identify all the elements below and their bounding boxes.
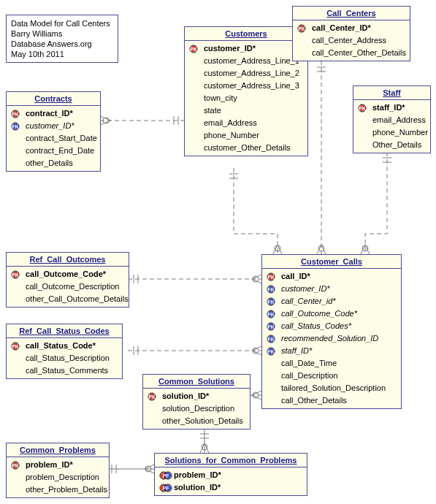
svg-point-5 (253, 348, 259, 354)
blank-icon (267, 397, 278, 405)
attr-row: Other_Details (353, 139, 430, 151)
entity-common-problems: Common_Problems PKproblem_ID*problem_Des… (6, 443, 110, 498)
note-line: Data Model for Call Centers (11, 18, 113, 28)
pk-key-icon: PK (358, 104, 370, 112)
pk-key-icon: PK (267, 272, 278, 281)
attr-name: call_Center_Address (312, 35, 386, 46)
svg-point-2 (318, 245, 324, 251)
attr-name: recommended_Solution_ID (281, 333, 378, 344)
attr-row: other_Problem_Details (7, 484, 109, 496)
svg-point-8 (145, 466, 151, 472)
attr-row: customer_Address_Line_3 (185, 80, 307, 92)
attr-row: call_Date_Time (262, 357, 401, 370)
pk-key-icon: PK (11, 461, 23, 470)
attr-row: customer_Other_Details (185, 142, 307, 154)
entity-attrs: PKcall_ID*FKcustomer_ID*FKcall_Center_id… (262, 269, 401, 408)
attr-row: FKcall_Center_id* (262, 295, 401, 308)
model-info-note: Data Model for Call Centers Barry Willia… (6, 15, 118, 63)
attr-row: call_Description (262, 370, 401, 382)
entity-customer-calls: Customer_Calls PKcall_ID*FKcustomer_ID*F… (261, 254, 402, 409)
blank-icon (189, 131, 201, 140)
blank-icon (11, 147, 23, 156)
blank-icon (267, 359, 278, 368)
attr-name: call_Status_Description (26, 353, 110, 364)
attr-row: town_city (185, 92, 307, 104)
pk-key-icon: PK (11, 110, 23, 118)
attr-row: call_Other_Details (262, 394, 401, 407)
entity-title: Customer_Calls (262, 255, 401, 269)
blank-icon (358, 129, 370, 137)
attr-name: tailored_Solution_Description (281, 383, 386, 394)
attr-name: call_Outcome_Code* (26, 269, 106, 280)
attr-name: contract_Start_Date (26, 133, 97, 144)
svg-text:FK: FK (12, 123, 18, 129)
blank-icon (297, 49, 309, 58)
blank-icon (11, 367, 23, 375)
attr-name: call_Outcome_Description (26, 281, 119, 292)
svg-text:PK: PK (359, 105, 366, 110)
attr-row: PKproblem_ID* (7, 459, 109, 471)
entity-staff: Staff PKstaff_ID*email_Addressphone_Numb… (353, 85, 431, 153)
attr-row: PKcall_Outcome_Code* (7, 268, 129, 280)
svg-text:FK: FK (267, 299, 274, 304)
note-line: May 10th 2011 (11, 49, 113, 59)
fk-key-icon: FK (267, 285, 278, 294)
attr-name: Other_Details (372, 140, 421, 150)
attr-row: call_Center_Address (293, 34, 410, 47)
attr-row: FKcustomer_ID* (7, 120, 100, 132)
blank-icon (148, 417, 159, 426)
attr-name: call_Other_Details (281, 395, 347, 406)
pf-key-icon: PF (159, 471, 171, 480)
attr-name: email_Address (204, 118, 257, 129)
blank-icon (358, 141, 370, 150)
attr-name: customer_Address_Line_3 (204, 80, 299, 91)
attr-row: other_Call_Outcome_Details (7, 293, 129, 305)
entity-attrs: PKcall_Center_ID*call_Center_Addresscall… (293, 20, 410, 61)
attr-row: call_Outcome_Description (7, 280, 129, 293)
attr-row: customer_Address_Line_1 (185, 55, 307, 67)
svg-text:PK: PK (12, 343, 19, 348)
attr-name: state (204, 105, 221, 116)
svg-text:FK: FK (267, 324, 274, 329)
attr-name: contract_ID* (26, 108, 73, 119)
pk-key-icon: PK (297, 24, 309, 33)
attr-row: PKcall_ID* (262, 270, 401, 283)
attr-row: FKrecommended_Solution_ID (262, 332, 401, 345)
blank-icon (189, 57, 201, 66)
svg-point-1 (275, 245, 280, 251)
attr-row: call_Status_Description (7, 352, 122, 364)
entity-title: Common_Problems (7, 443, 109, 457)
blank-icon (267, 372, 278, 381)
pk-key-icon: PK (189, 45, 201, 53)
entity-attrs: PKcustomer_ID*customer_Address_Line_1cus… (185, 41, 307, 156)
svg-text:PK: PK (12, 111, 19, 116)
attr-name: customer_ID* (281, 283, 330, 294)
blank-icon (189, 94, 201, 103)
blank-icon (267, 384, 278, 393)
svg-point-3 (362, 245, 368, 251)
attr-name: call_Center_id* (281, 296, 336, 307)
attr-row: PKcall_Status_Code* (7, 340, 122, 352)
entity-title: Contracts (7, 92, 100, 106)
svg-point-4 (253, 276, 259, 282)
attr-name: phone_Number (372, 127, 428, 138)
attr-row: FKcustomer_ID* (262, 283, 401, 295)
attr-row: phone_Number (353, 126, 430, 139)
blank-icon (11, 473, 23, 482)
attr-name: other_Problem_Details (26, 484, 107, 495)
attr-row: other_Solution_Details (143, 415, 250, 427)
fk-key-icon: FK (267, 335, 278, 343)
entity-attrs: PKcall_Outcome_Code*call_Outcome_Descrip… (7, 267, 129, 307)
pk-key-icon: PK (11, 270, 23, 279)
attr-row: other_Details (7, 157, 100, 169)
attr-name: problem_ID* (174, 470, 221, 481)
entity-common-solutions: Common_Solutions PKsolution_ID*solution_… (142, 374, 250, 429)
entity-attrs: PKcontract_ID*FKcustomer_ID*contract_Sta… (7, 106, 100, 171)
attr-row: PKsolution_ID* (143, 390, 250, 402)
blank-icon (189, 119, 201, 128)
entity-title: Ref_Call_Outcomes (7, 253, 129, 267)
attr-row: FKcall_Status_Codes* (262, 320, 401, 332)
entity-title: Customers (185, 27, 307, 41)
attr-row: call_Center_Other_Details (293, 47, 410, 59)
attr-name: call_Center_Other_Details (312, 47, 406, 58)
